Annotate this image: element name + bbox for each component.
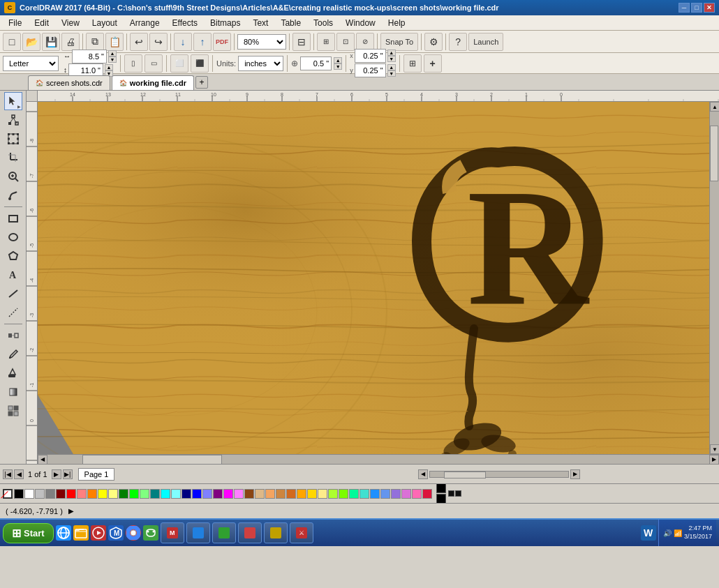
color-orange2[interactable] bbox=[297, 489, 306, 499]
prev-page-button[interactable]: ◀ bbox=[14, 469, 24, 479]
color-pink[interactable] bbox=[77, 489, 87, 499]
taskbar-app6[interactable]: ⚔ bbox=[290, 522, 313, 543]
taskbar-malwarebytes[interactable]: M bbox=[108, 525, 124, 541]
xn-up[interactable]: ▲ bbox=[387, 50, 396, 56]
guidelines-button[interactable]: ⊡ bbox=[336, 33, 355, 51]
add-page-button[interactable]: + bbox=[424, 54, 442, 73]
undo-button[interactable]: ↩ bbox=[130, 33, 148, 51]
rectangle-tool[interactable] bbox=[4, 209, 22, 227]
color-magenta[interactable] bbox=[223, 489, 233, 499]
width-input[interactable] bbox=[72, 50, 107, 63]
menu-view[interactable]: View bbox=[56, 17, 85, 29]
color-cornflowerblue[interactable] bbox=[380, 489, 390, 499]
color-mediumpurple[interactable] bbox=[391, 489, 401, 499]
color-turquoise[interactable] bbox=[360, 489, 369, 499]
color-navy[interactable] bbox=[181, 489, 191, 499]
color-lime[interactable] bbox=[129, 489, 139, 499]
width-up[interactable]: ▲ bbox=[108, 50, 117, 56]
scroll-up-button[interactable]: ▲ bbox=[710, 102, 719, 112]
new-button[interactable]: □ bbox=[3, 33, 21, 51]
color-dodgerblue[interactable] bbox=[370, 489, 380, 499]
menu-arrange[interactable]: Arrange bbox=[124, 17, 165, 29]
no-fill-swatch[interactable] bbox=[3, 489, 13, 499]
menu-file[interactable]: File bbox=[3, 17, 27, 29]
width-down[interactable]: ▼ bbox=[108, 56, 117, 63]
taskbar-app2[interactable] bbox=[186, 522, 210, 543]
dimension-tool[interactable] bbox=[4, 285, 22, 303]
menu-edit[interactable]: Edit bbox=[29, 17, 54, 29]
color-teal[interactable] bbox=[150, 489, 160, 499]
fill-color-swatch[interactable] bbox=[436, 494, 446, 503]
paste-button[interactable]: 📋 bbox=[105, 33, 124, 51]
select-tool[interactable]: ▶ bbox=[4, 92, 22, 110]
color-orange[interactable] bbox=[87, 489, 97, 499]
color-yellow[interactable] bbox=[98, 489, 108, 499]
bleed-button[interactable]: ⬛ bbox=[191, 54, 209, 73]
full-screen-button[interactable]: ⊟ bbox=[292, 33, 311, 51]
color-green[interactable] bbox=[119, 489, 128, 499]
color-gold[interactable] bbox=[307, 489, 317, 499]
taskbar-app1[interactable]: M bbox=[161, 522, 184, 543]
y-nudge-input[interactable] bbox=[355, 63, 386, 77]
height-up[interactable]: ▲ bbox=[105, 64, 113, 70]
color-orchid[interactable] bbox=[401, 489, 411, 499]
scroll-right-button[interactable]: ▶ bbox=[709, 455, 719, 465]
copy-button[interactable]: ⧉ bbox=[86, 33, 104, 51]
color-cyan[interactable] bbox=[161, 489, 170, 499]
menu-effects[interactable]: Effects bbox=[167, 17, 203, 29]
hscroll-right[interactable]: ▶ bbox=[570, 469, 580, 479]
color-silver[interactable] bbox=[35, 489, 45, 499]
color-lawngreen[interactable] bbox=[339, 489, 348, 499]
units-select[interactable]: inches bbox=[238, 56, 283, 71]
menu-bitmaps[interactable]: Bitmaps bbox=[205, 17, 246, 29]
tab-add-button[interactable]: + bbox=[195, 76, 208, 89]
portrait-button[interactable]: ▯ bbox=[124, 54, 142, 73]
start-button[interactable]: ⊞ Start bbox=[3, 523, 54, 543]
color-sandybrown[interactable] bbox=[265, 489, 275, 499]
export-button[interactable]: ↑ bbox=[193, 33, 212, 51]
menu-table[interactable]: Table bbox=[275, 17, 306, 29]
taskbar-android[interactable] bbox=[143, 525, 158, 541]
tab-screenshots[interactable]: 🏠 screen shots.cdr bbox=[28, 75, 110, 90]
color-lightgold[interactable] bbox=[318, 489, 327, 499]
yn-down[interactable]: ▼ bbox=[387, 70, 396, 77]
horizontal-scrollbar[interactable]: ◀ ▶ bbox=[38, 454, 719, 464]
minimize-button[interactable]: ─ bbox=[679, 3, 690, 13]
next-page-button[interactable]: ▶ bbox=[52, 469, 61, 479]
scroll-left-button[interactable]: ◀ bbox=[38, 455, 47, 465]
y-nudge-spinbox[interactable]: ▲ ▼ bbox=[387, 64, 396, 77]
width-spinbox[interactable]: ▲ ▼ bbox=[108, 50, 117, 63]
zoom-select[interactable]: 80% 50% 75% 100% 150% 200% bbox=[237, 34, 286, 50]
taskbar-chrome[interactable] bbox=[126, 525, 141, 541]
taskbar-mediaplayer[interactable] bbox=[91, 525, 106, 541]
interactive-fill-tool[interactable] bbox=[4, 383, 22, 401]
node-edit-tool[interactable] bbox=[4, 111, 22, 129]
first-page-button[interactable]: |◀ bbox=[3, 469, 13, 479]
taskbar-app5[interactable] bbox=[264, 522, 288, 543]
color-crimson[interactable] bbox=[422, 489, 432, 499]
page-border-button[interactable]: ⬜ bbox=[170, 54, 188, 73]
color-black[interactable] bbox=[14, 489, 24, 499]
launch-button[interactable]: Launch bbox=[468, 33, 503, 51]
menu-text[interactable]: Text bbox=[247, 17, 274, 29]
scroll-thumb-h[interactable] bbox=[82, 455, 222, 465]
ellipse-tool[interactable] bbox=[4, 228, 22, 246]
color-lightblue2[interactable] bbox=[202, 489, 212, 499]
taskbar-app4[interactable] bbox=[238, 522, 262, 543]
nudge-up[interactable]: ▲ bbox=[334, 57, 342, 63]
taskbar-ie[interactable] bbox=[56, 525, 71, 541]
grid-button[interactable]: ⊞ bbox=[317, 33, 335, 51]
vertical-scrollbar[interactable]: ▲ ▼ bbox=[709, 102, 719, 454]
color-peru[interactable] bbox=[276, 489, 286, 499]
fill-tool[interactable] bbox=[4, 364, 22, 382]
color-brown[interactable] bbox=[244, 489, 254, 499]
color-medspringgreen[interactable] bbox=[349, 489, 359, 499]
print-button[interactable]: 🖨 bbox=[61, 33, 80, 51]
color-lightgreen[interactable] bbox=[140, 489, 149, 499]
maximize-button[interactable]: □ bbox=[691, 3, 702, 13]
taskbar-word[interactable]: W bbox=[641, 525, 656, 541]
color-hotpink[interactable] bbox=[412, 489, 422, 499]
open-button[interactable]: 📂 bbox=[22, 33, 40, 51]
taskbar-app3[interactable] bbox=[212, 522, 236, 543]
snap-button[interactable]: ⊘ bbox=[356, 33, 374, 51]
